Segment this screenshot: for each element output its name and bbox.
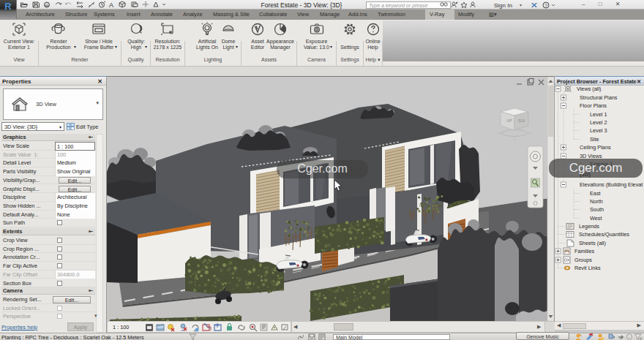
svg-text:A: A bbox=[109, 1, 113, 9]
svg-text:0: 0 bbox=[640, 336, 642, 340]
svg-text:UP: UP bbox=[506, 118, 512, 123]
svg-text:SUI: SUI bbox=[518, 118, 525, 123]
svg-text:?: ? bbox=[544, 3, 547, 8]
